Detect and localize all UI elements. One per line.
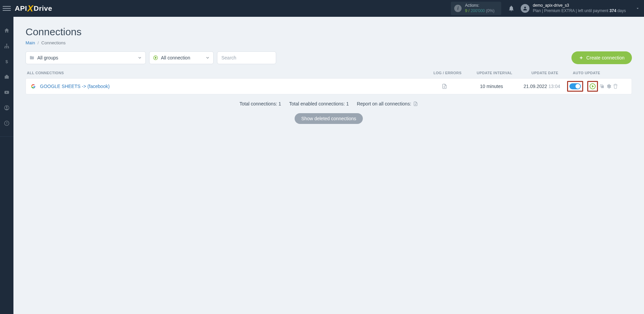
user-text: demo_apix-drive_s3 Plan | Premium EXTRA … <box>533 3 626 13</box>
toolbar: All groups All connection Create connect… <box>26 51 632 64</box>
table-row: GOOGLE SHEETS -> (facebook) 10 minutes 2… <box>26 78 632 94</box>
svg-text:?: ? <box>6 122 8 125</box>
create-connection-button[interactable]: Create connection <box>571 51 632 64</box>
highlight-toggle <box>567 81 583 92</box>
report-link[interactable]: Report on all connections: <box>357 101 418 106</box>
avatar-icon <box>521 4 529 13</box>
svg-rect-3 <box>6 47 7 48</box>
svg-rect-12 <box>601 85 604 88</box>
th-auto: AUTO UPDATE <box>570 71 631 75</box>
total-connections: Total connections: 1 <box>240 101 281 106</box>
log-cell[interactable] <box>423 83 466 89</box>
th-log: LOG / ERRORS <box>426 71 469 75</box>
plus-icon <box>579 55 584 60</box>
search-input[interactable] <box>217 51 276 64</box>
menu-toggle-icon[interactable] <box>3 4 11 12</box>
nav-video-icon[interactable] <box>0 88 13 97</box>
date-cell: 21.09.2022 13:04 <box>517 84 567 89</box>
actions-pct: (0%) <box>486 8 495 13</box>
breadcrumb: Main / Connections <box>26 40 632 45</box>
actions-limit: 200'000 <box>471 8 485 13</box>
google-icon <box>30 83 37 90</box>
page-title: Connections <box>26 26 632 38</box>
th-interval: UPDATE INTERVAL <box>469 71 520 75</box>
actions-text: Actions: 9 / 200'000 (0%) <box>465 3 495 13</box>
svg-rect-1 <box>6 44 7 45</box>
logo-text-api: API <box>15 4 27 12</box>
chevron-down-icon <box>205 55 210 60</box>
actions-counter[interactable]: i Actions: 9 / 200'000 (0%) <box>451 2 501 15</box>
trash-icon[interactable] <box>613 84 618 89</box>
top-header: API X Drive i Actions: 9 / 200'000 (0%) … <box>0 0 644 17</box>
nav-billing-icon[interactable]: $ <box>0 57 13 66</box>
connection-name-link[interactable]: GOOGLE SHEETS -> (facebook) <box>40 84 423 89</box>
svg-point-8 <box>6 106 8 108</box>
run-button[interactable] <box>590 83 596 89</box>
nav-connections-icon[interactable] <box>0 42 13 50</box>
svg-rect-2 <box>4 47 5 48</box>
logo-text-x: X <box>28 3 34 14</box>
nav-toolbox-icon[interactable] <box>0 73 13 81</box>
groups-select[interactable]: All groups <box>26 51 146 64</box>
folder-icon <box>29 55 35 60</box>
actions-cell <box>567 81 628 92</box>
breadcrumb-main[interactable]: Main <box>26 40 35 45</box>
main-content: Connections Main / Connections All group… <box>13 17 644 314</box>
nav-profile-icon[interactable] <box>0 103 13 112</box>
actions-count: 9 <box>465 8 467 13</box>
notifications-icon[interactable] <box>508 5 515 12</box>
chevron-down-icon <box>635 6 640 11</box>
logo-text-drive: Drive <box>34 4 52 12</box>
svg-rect-4 <box>8 47 9 48</box>
user-name: demo_apix-drive_s3 <box>533 3 626 8</box>
info-icon: i <box>454 5 462 12</box>
sidebar: $ ? <box>0 17 13 314</box>
chevron-down-icon <box>137 55 142 60</box>
connection-select[interactable]: All connection <box>149 51 214 64</box>
nav-help-icon[interactable]: ? <box>0 119 13 128</box>
breadcrumb-sep: / <box>38 40 39 45</box>
breadcrumb-current: Connections <box>41 40 66 45</box>
sidebar-divider <box>0 136 13 137</box>
groups-label: All groups <box>37 55 58 60</box>
auto-update-toggle[interactable] <box>569 83 581 89</box>
create-label: Create connection <box>586 55 625 60</box>
th-date: UPDATE DATE <box>520 71 570 75</box>
show-deleted-button[interactable]: Show deleted connections <box>295 113 363 124</box>
table-header: ALL CONNECTIONS LOG / ERRORS UPDATE INTE… <box>26 71 632 78</box>
connection-label: All connection <box>161 55 190 60</box>
nav-home-icon[interactable] <box>0 26 13 35</box>
enabled-connections: Total enabled connections: 1 <box>289 101 349 106</box>
copy-icon[interactable] <box>599 84 605 89</box>
document-icon <box>413 101 418 106</box>
play-circle-icon <box>153 55 158 60</box>
interval-cell: 10 minutes <box>466 84 517 89</box>
highlight-play <box>587 81 598 92</box>
document-icon <box>442 83 447 89</box>
th-name: ALL CONNECTIONS <box>27 71 426 75</box>
svg-point-0 <box>524 7 526 8</box>
svg-text:$: $ <box>5 59 8 64</box>
user-menu[interactable]: demo_apix-drive_s3 Plan | Premium EXTRA … <box>521 3 640 13</box>
actions-label: Actions: <box>465 3 495 8</box>
summary: Total connections: 1 Total enabled conne… <box>26 101 632 106</box>
logo[interactable]: API X Drive <box>15 3 52 14</box>
user-plan: Plan | Premium EXTRA | left until paymen… <box>533 8 626 14</box>
gear-icon[interactable] <box>606 84 611 89</box>
